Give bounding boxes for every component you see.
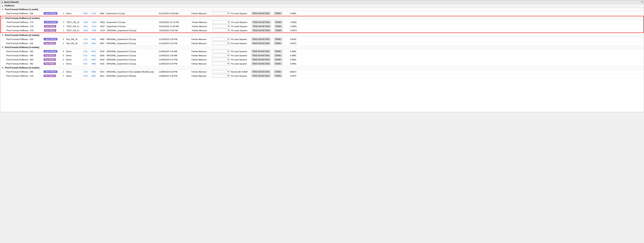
row-link2[interactable]: 4903: [90, 75, 98, 77]
read-journal-button-container[interactable]: Read Journal Cards: [252, 74, 274, 77]
row-dropdown[interactable]: [212, 29, 230, 32]
details-button-container[interactable]: Details: [274, 38, 285, 40]
row-link1[interactable]: 1721: [81, 63, 90, 65]
read-journal-button[interactable]: Read Journal Cards: [252, 54, 271, 57]
details-button-container[interactable]: Details: [274, 29, 286, 32]
link1-anchor[interactable]: 1821: [83, 25, 88, 27]
link1-anchor[interactable]: 1720: [83, 71, 88, 73]
row-dropdown-container[interactable]: [212, 50, 231, 53]
row-dropdown-container[interactable]: [212, 20, 231, 24]
link1-anchor[interactable]: 1835: [83, 12, 88, 14]
details-button[interactable]: Details: [274, 38, 282, 40]
row-dropdown[interactable]: [212, 37, 230, 41]
read-journal-button-container[interactable]: Read Journal Cards: [252, 70, 274, 73]
row-link1[interactable]: 1835: [81, 12, 90, 14]
row-dropdown[interactable]: [212, 74, 230, 77]
row-dropdown-container[interactable]: [212, 42, 231, 45]
read-journal-button[interactable]: Read Journal Cards: [252, 25, 271, 28]
link2-anchor[interactable]: 5114: [92, 25, 96, 27]
link1-anchor[interactable]: 1743: [83, 42, 88, 44]
row-link2[interactable]: 4905: [90, 71, 98, 73]
row-link2[interactable]: 5130: [90, 12, 98, 14]
row-link1[interactable]: 1743: [81, 38, 90, 40]
row-link1[interactable]: 1822: [82, 21, 90, 23]
link1-anchor[interactable]: 1721: [83, 63, 88, 65]
link2-anchor[interactable]: 5130: [91, 12, 96, 14]
details-button-container[interactable]: Details: [274, 70, 285, 73]
link2-anchor[interactable]: 4903: [91, 75, 96, 77]
read-journal-button[interactable]: Read Journal Cards: [252, 58, 271, 61]
read-journal-button[interactable]: Read Journal Cards: [252, 12, 271, 15]
read-journal-button[interactable]: Read Journal Cards: [252, 21, 271, 23]
read-journal-button-container[interactable]: Read Journal Cards: [252, 38, 274, 40]
details-button-container[interactable]: Details: [274, 58, 285, 61]
read-journal-button-container[interactable]: Read Journal Cards: [252, 21, 274, 23]
details-button[interactable]: Details: [274, 62, 282, 65]
row-link2[interactable]: 5115: [90, 21, 98, 23]
details-button-container[interactable]: Details: [274, 25, 286, 28]
read-journal-button-container[interactable]: Read Journal Cards: [252, 29, 274, 32]
details-button[interactable]: Details: [274, 74, 282, 77]
fluffiness-triangle[interactable]: ▲: [2, 5, 3, 7]
group-header-group3[interactable]: ▼ Pred Formula Fluffiness [2 models]: [0, 33, 644, 37]
read-journal-button[interactable]: Read Journal Cards: [252, 70, 271, 73]
row-dropdown[interactable]: [212, 50, 230, 53]
row-link1[interactable]: 1721: [81, 58, 90, 61]
read-journal-button[interactable]: Read Journal Cards: [252, 74, 271, 77]
group-header-group4[interactable]: ▼ Pred Formula Fluffiness [4 models]: [0, 45, 644, 49]
details-button[interactable]: Details: [274, 21, 283, 23]
row-link2[interactable]: 5114: [90, 25, 98, 27]
row-dropdown-container[interactable]: [212, 62, 231, 65]
row-dropdown-container[interactable]: [212, 29, 231, 32]
details-button[interactable]: Details: [274, 25, 283, 28]
details-button[interactable]: Details: [274, 58, 282, 61]
read-journal-button-container[interactable]: Read Journal Cards: [252, 58, 274, 61]
read-journal-button[interactable]: Read Journal Cards: [252, 29, 271, 32]
link2-anchor[interactable]: 4907: [91, 58, 96, 61]
row-link1[interactable]: 1663: [82, 29, 90, 31]
read-journal-button-container[interactable]: Read Journal Cards: [252, 42, 274, 45]
row-dropdown[interactable]: [212, 25, 230, 28]
group-header-group1[interactable]: ▼ Pred Formula Fluffiness [1 model]: [0, 7, 644, 11]
row-link2[interactable]: 4907: [90, 58, 98, 61]
details-button[interactable]: Details: [274, 50, 282, 53]
read-journal-button-container[interactable]: Read Journal Cards: [252, 62, 274, 65]
row-link2[interactable]: 4769: [90, 29, 98, 31]
close-button[interactable]: ✕: [641, 1, 643, 3]
link1-anchor[interactable]: 1719: [83, 75, 88, 77]
link1-anchor[interactable]: 1663: [83, 29, 88, 31]
row-dropdown[interactable]: [212, 58, 230, 61]
collapse-icon[interactable]: ▲: [1, 1, 3, 3]
details-button[interactable]: Details: [274, 12, 282, 15]
link1-anchor[interactable]: 1743: [83, 38, 88, 40]
read-journal-button-container[interactable]: Read Journal Cards: [252, 54, 274, 57]
row-dropdown[interactable]: [212, 62, 230, 65]
details-button[interactable]: Details: [274, 70, 282, 73]
row-link1[interactable]: 1720: [81, 71, 90, 73]
details-button-container[interactable]: Details: [274, 54, 285, 57]
row-link2[interactable]: 4961: [90, 42, 98, 44]
row-dropdown-container[interactable]: [212, 70, 231, 73]
link2-anchor[interactable]: 4905: [91, 71, 96, 73]
row-dropdown-container[interactable]: [212, 37, 231, 41]
row-link1[interactable]: 1821: [82, 25, 90, 27]
row-dropdown-container[interactable]: [212, 25, 231, 28]
link2-anchor[interactable]: 4912: [91, 50, 96, 52]
details-button-container[interactable]: Details: [274, 50, 285, 53]
row-dropdown-container[interactable]: [212, 54, 231, 57]
row-link2[interactable]: 4962: [90, 38, 98, 40]
row-link1[interactable]: 1721: [81, 54, 90, 57]
details-button[interactable]: Details: [274, 54, 282, 57]
row-dropdown[interactable]: [212, 12, 230, 15]
link2-anchor[interactable]: 4769: [92, 29, 96, 31]
details-button-container[interactable]: Details: [274, 62, 285, 65]
row-dropdown-container[interactable]: [212, 12, 231, 15]
row-link2[interactable]: 4912: [90, 50, 98, 52]
link1-anchor[interactable]: 1721: [83, 58, 88, 61]
read-journal-button[interactable]: Read Journal Cards: [252, 62, 271, 65]
row-link1[interactable]: 1721: [81, 50, 90, 52]
read-journal-button[interactable]: Read Journal Cards: [252, 50, 271, 53]
link1-anchor[interactable]: 1721: [83, 54, 88, 57]
row-dropdown[interactable]: [212, 42, 230, 45]
row-dropdown[interactable]: [212, 54, 230, 57]
